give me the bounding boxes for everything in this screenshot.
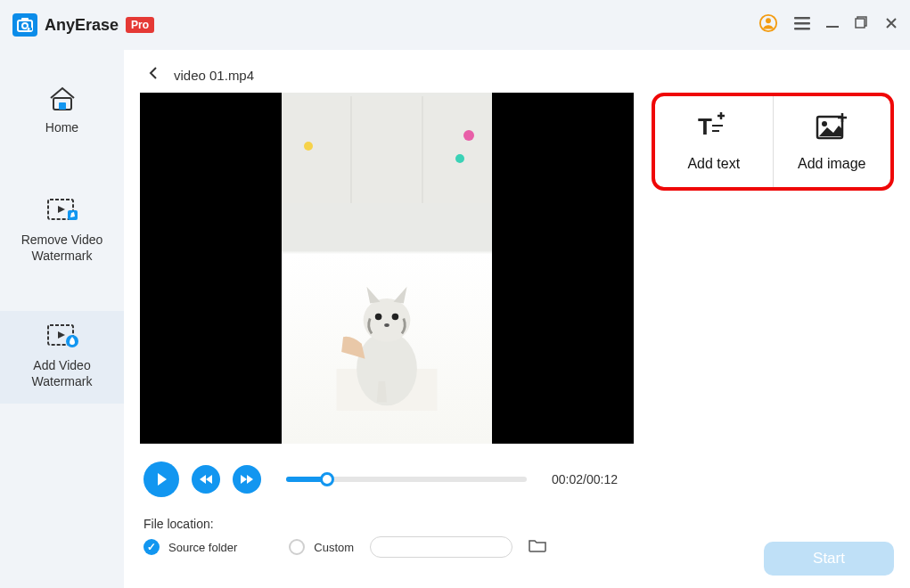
folder-icon[interactable]	[529, 538, 546, 556]
play-button[interactable]	[143, 461, 179, 497]
player-controls: 00:02/00:12	[124, 444, 910, 504]
svg-point-31	[304, 142, 313, 151]
svg-marker-43	[158, 473, 167, 486]
add-image-button[interactable]: Add image	[773, 96, 891, 187]
svg-marker-45	[206, 475, 212, 484]
custom-path-input[interactable]	[370, 536, 512, 558]
progress-slider[interactable]	[286, 477, 527, 482]
svg-rect-28	[282, 96, 492, 203]
radio-label: Source folder	[168, 541, 237, 554]
svg-point-21	[357, 331, 417, 405]
svg-point-32	[463, 130, 474, 141]
radio-source-folder[interactable]: Source folder	[143, 539, 237, 555]
add-text-button[interactable]: T Add text	[655, 96, 773, 187]
svg-point-25	[375, 314, 382, 321]
svg-point-40	[822, 121, 827, 127]
image-icon	[814, 111, 849, 145]
forward-button[interactable]	[233, 465, 261, 494]
svg-marker-23	[366, 286, 380, 303]
back-arrow-icon[interactable]	[147, 66, 160, 84]
svg-rect-1	[21, 18, 29, 21]
radio-checked-icon	[143, 539, 160, 555]
add-watermark-icon	[45, 322, 80, 352]
close-icon[interactable]	[885, 17, 898, 33]
svg-marker-46	[241, 475, 247, 484]
svg-rect-13	[59, 102, 66, 110]
app-logo-icon	[12, 13, 37, 37]
file-location-row: File location:	[124, 504, 910, 535]
start-button-label: Start	[813, 550, 845, 568]
svg-rect-8	[794, 28, 810, 30]
main-panel: video 01.mp4	[124, 50, 910, 588]
add-panel-container: T Add text Add image	[652, 93, 894, 444]
add-image-label: Add image	[798, 156, 866, 172]
svg-marker-18	[58, 331, 65, 339]
home-icon	[45, 84, 80, 114]
add-panel: T Add text Add image	[652, 93, 894, 191]
svg-marker-24	[394, 286, 407, 303]
svg-point-26	[392, 314, 399, 321]
sidebar: Home Remove Video Watermark Add Video Wa…	[0, 50, 124, 588]
svg-marker-15	[58, 206, 65, 213]
time-display: 00:02/00:12	[552, 472, 618, 486]
svg-text:T: T	[698, 113, 712, 140]
sidebar-item-label: Remove Video Watermark	[5, 232, 119, 264]
title-bar: AnyErase Pro	[0, 0, 910, 50]
current-file-name: video 01.mp4	[174, 68, 254, 83]
svg-rect-11	[856, 19, 865, 28]
sidebar-item-label: Add Video Watermark	[5, 357, 119, 389]
sidebar-item-remove-watermark[interactable]: Remove Video Watermark	[0, 185, 124, 278]
radio-label: Custom	[314, 541, 354, 554]
svg-rect-6	[794, 17, 810, 20]
radio-unchecked-icon	[289, 539, 305, 555]
file-location-label: File location:	[143, 517, 224, 531]
sidebar-item-home[interactable]: Home	[0, 73, 124, 150]
tile-background	[282, 96, 492, 203]
maximize-icon[interactable]	[855, 16, 869, 34]
text-icon: T	[696, 111, 732, 145]
svg-rect-9	[826, 26, 839, 28]
cat-illustration	[333, 268, 440, 411]
title-bar-left: AnyErase Pro	[12, 13, 154, 37]
video-frame	[282, 93, 492, 444]
video-preview[interactable]	[140, 93, 634, 444]
svg-marker-44	[200, 475, 206, 484]
pro-badge: Pro	[126, 17, 154, 33]
svg-point-5	[766, 18, 771, 23]
work-row: T Add text Add image	[124, 93, 910, 444]
file-header: video 01.mp4	[124, 50, 910, 93]
start-button[interactable]: Start	[764, 542, 894, 576]
remove-watermark-icon	[45, 196, 80, 226]
sidebar-item-label: Home	[45, 119, 78, 135]
menu-icon[interactable]	[794, 16, 810, 34]
minimize-icon[interactable]	[826, 17, 839, 33]
app-name-label: AnyErase	[45, 16, 119, 35]
progress-thumb[interactable]	[320, 472, 334, 486]
title-bar-right	[758, 13, 898, 37]
radio-custom[interactable]: Custom	[289, 539, 354, 555]
svg-rect-7	[794, 22, 810, 25]
svg-point-33	[455, 154, 464, 163]
svg-marker-47	[247, 475, 253, 484]
rewind-button[interactable]	[192, 465, 220, 494]
sidebar-item-add-watermark[interactable]: Add Video Watermark	[0, 311, 124, 404]
user-icon[interactable]	[758, 13, 778, 37]
add-text-label: Add text	[687, 156, 740, 172]
svg-point-27	[384, 323, 389, 327]
